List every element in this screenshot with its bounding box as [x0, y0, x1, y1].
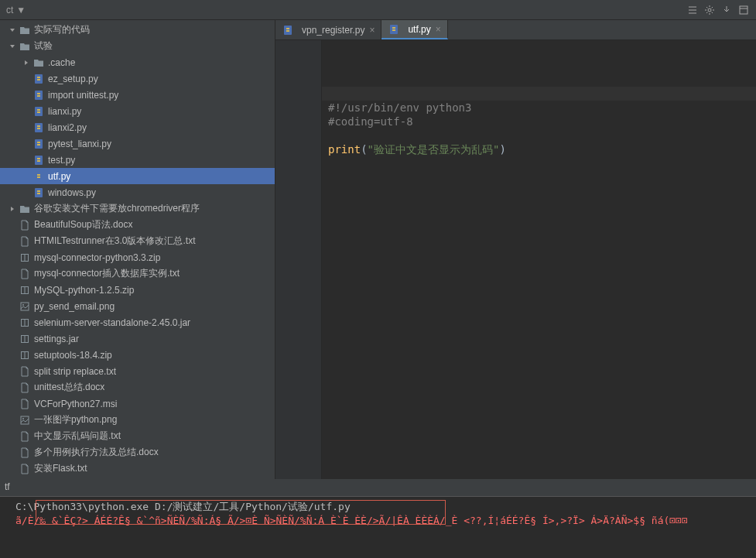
tree-item[interactable]: BeautifulSoup语法.docx	[0, 217, 275, 233]
svg-rect-9	[35, 188, 43, 197]
tree-item[interactable]: 安装Flask.txt	[0, 460, 275, 477]
tree-item[interactable]: 多个用例执行方法及总结.docx	[0, 444, 275, 460]
tree-item[interactable]: test.py	[0, 152, 275, 168]
tree-item-label: 试验	[34, 39, 275, 53]
tree-item-label: mysql-connector插入数据库实例.txt	[34, 267, 275, 280]
tree-item-label: MySQL-python-1.2.5.zip	[34, 285, 275, 296]
code-editor[interactable]: #!/usr/bin/env python3 #coding=utf-8 pri…	[322, 40, 756, 479]
tree-item[interactable]: setuptools-18.4.zip	[0, 347, 275, 363]
tree-item-label: selenium-server-standalone-2.45.0.jar	[34, 317, 275, 328]
tree-item[interactable]: VCForPython27.msi	[0, 395, 275, 412]
console-error: ã/È/‰ &`ÊÇ?> ÁÉÉ?Ê§ &`^ñ>ÑÈÑ/%Ñ:Á§ Ã/>⊡È…	[15, 514, 750, 528]
	[22, 107, 31, 116]
project-selector[interactable]: ct ▼	[6, 5, 26, 15]
	[22, 74, 31, 84]
console-command: C:\Python33\python.exe D:/测试建立/工具/Python…	[15, 500, 750, 514]
expand-arrow-open-icon[interactable]	[8, 26, 17, 35]
tree-item[interactable]: mysql-connector-python3.3.zip	[0, 249, 275, 265]
py-icon	[388, 23, 400, 36]
	[8, 286, 17, 295]
tree-item[interactable]: 中文显示乱码问题.txt	[0, 428, 275, 444]
hide-icon[interactable]	[737, 4, 750, 16]
tree-item-label: ez_setup.py	[48, 74, 275, 84]
	[8, 334, 17, 344]
autoscroll-icon[interactable]	[720, 4, 733, 16]
editor-tab[interactable]: utf.py×	[381, 20, 447, 39]
file-icon	[19, 365, 31, 378]
tree-item-label: lianxi2.py	[48, 122, 275, 133]
	[22, 172, 31, 181]
tree-item[interactable]: .cache	[0, 54, 275, 70]
tree-item[interactable]: 一张图学python.png	[0, 412, 275, 428]
tree-item[interactable]: ez_setup.py	[0, 70, 275, 87]
	[22, 139, 31, 149]
tree-item[interactable]: selenium-server-standalone-2.45.0.jar	[0, 314, 275, 330]
tree-item[interactable]: unittest总结.docx	[0, 379, 275, 395]
	[22, 188, 31, 197]
tree-item-label: .cache	[48, 57, 275, 68]
	[8, 221, 17, 230]
svg-point-0	[708, 9, 711, 12]
tree-item-label: windows.py	[48, 187, 275, 198]
	[22, 123, 31, 132]
	[8, 318, 17, 327]
	[22, 156, 31, 165]
	[8, 464, 17, 474]
tree-item[interactable]: mysql-connector插入数据库实例.txt	[0, 265, 275, 282]
collapse-all-icon[interactable]	[686, 4, 699, 16]
project-tool-window[interactable]: 实际写的代码试验.cacheez_setup.pyimport unittest…	[0, 20, 275, 479]
py-icon	[32, 105, 45, 118]
tree-item-label: 安装Flask.txt	[34, 462, 275, 475]
tree-item[interactable]: MySQL-python-1.2.5.zip	[0, 282, 275, 298]
file-icon	[19, 463, 31, 475]
settings-icon[interactable]	[703, 4, 716, 16]
tree-item[interactable]: lianxi2.py	[0, 119, 275, 135]
	[8, 237, 17, 246]
close-tab-icon[interactable]: ×	[369, 25, 375, 36]
code-line-1: #!/usr/bin/env python3	[328, 101, 471, 114]
py-icon	[32, 170, 45, 183]
file-icon	[19, 235, 31, 248]
tree-item-label: HTMILTestrunner在3.0版本修改汇总.txt	[34, 234, 275, 248]
tree-item[interactable]: split strip replace.txt	[0, 363, 275, 379]
svg-rect-5	[35, 123, 43, 132]
file-icon	[19, 219, 31, 231]
tree-item-label: py_send_email.png	[34, 301, 275, 312]
expand-arrow-open-icon[interactable]	[8, 42, 17, 51]
console-tab[interactable]: tf	[0, 479, 756, 496]
tree-item[interactable]: utf.py	[0, 168, 275, 184]
tree-item[interactable]: 试验	[0, 38, 275, 54]
tree-item[interactable]: 实际写的代码	[0, 22, 275, 38]
tree-item[interactable]: py_send_email.png	[0, 298, 275, 314]
svg-rect-8	[35, 172, 43, 181]
tree-item-label: settings.jar	[34, 334, 275, 344]
tree-item[interactable]: lianxi.py	[0, 103, 275, 119]
editor-gutter[interactable]	[275, 40, 322, 479]
editor-tab[interactable]: vpn_register.py×	[275, 20, 381, 39]
tree-item-label: utf.py	[48, 171, 275, 182]
run-console[interactable]: C:\Python33\python.exe D:/测试建立/工具/Python…	[0, 496, 756, 558]
tree-item[interactable]: import unittest.py	[0, 87, 275, 103]
close-tab-icon[interactable]: ×	[436, 24, 441, 35]
tree-item-label: split strip replace.txt	[34, 366, 275, 377]
tree-item-label: setuptools-18.4.zip	[34, 350, 275, 361]
svg-point-13	[22, 304, 24, 306]
tree-item[interactable]: HTMILTestrunner在3.0版本修改汇总.txt	[0, 233, 275, 249]
tree-item[interactable]: windows.py	[0, 184, 275, 200]
tree-item-label: 谷歌安装文件下需要放chromedriver程序	[34, 202, 275, 215]
image-icon	[19, 300, 31, 313]
svg-rect-1	[740, 6, 747, 14]
expand-arrow-closed-icon[interactable]	[8, 204, 17, 214]
main-toolbar: ct ▼	[0, 0, 756, 20]
tree-item-label: BeautifulSoup语法.docx	[34, 218, 275, 231]
tree-item[interactable]: settings.jar	[0, 330, 275, 347]
tree-item[interactable]: 谷歌安装文件下需要放chromedriver程序	[0, 200, 275, 217]
	[8, 269, 17, 279]
svg-point-18	[22, 418, 24, 419]
file-icon	[19, 398, 31, 410]
tree-item-label: 多个用例执行方法及总结.docx	[34, 446, 275, 459]
	[8, 383, 17, 392]
folder-icon	[19, 24, 31, 36]
expand-arrow-closed-icon[interactable]	[22, 58, 31, 67]
tree-item[interactable]: pytest_lianxi.py	[0, 135, 275, 152]
